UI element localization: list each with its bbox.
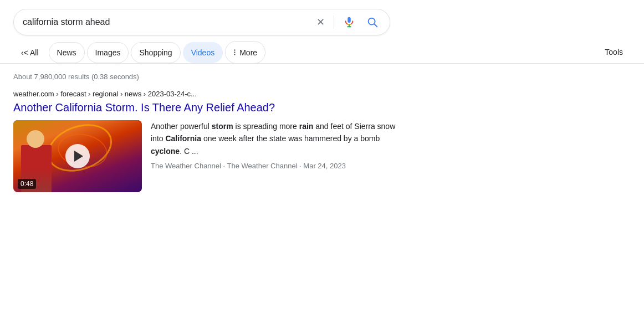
- result-title-link[interactable]: Another California Storm. Is There Any R…: [13, 100, 408, 115]
- microphone-button[interactable]: [341, 14, 357, 30]
- result-snippet: Another powerful storm is spreading more…: [151, 120, 408, 192]
- search-bar: california storm ahead ✕: [13, 9, 390, 35]
- snippet-text: Another powerful storm is spreading more…: [151, 120, 408, 157]
- nav-more-label: More: [239, 48, 257, 57]
- nav-all-label: < All: [24, 48, 39, 57]
- header: california storm ahead ✕: [0, 0, 644, 35]
- nav-news-label: News: [57, 48, 76, 57]
- sidebar-item-news[interactable]: News: [49, 42, 85, 63]
- svg-line-4: [374, 24, 377, 27]
- result-body: 0:48 Another powerful storm is spreading…: [13, 120, 408, 192]
- search-icons: ✕: [314, 14, 381, 30]
- nav-images-label: Images: [95, 48, 121, 57]
- more-dots-icon: ⁝: [233, 47, 237, 58]
- play-button[interactable]: [65, 144, 90, 168]
- video-thumbnail[interactable]: 0:48: [13, 120, 142, 192]
- svg-rect-0: [347, 17, 351, 23]
- nav-shopping-label: Shopping: [139, 48, 172, 57]
- sidebar-item-images[interactable]: Images: [87, 42, 129, 63]
- sidebar-item-videos[interactable]: Videos: [183, 42, 223, 63]
- result-card: weather.com › forecast › regional › news…: [0, 85, 421, 201]
- result-breadcrumb: weather.com › forecast › regional › news…: [13, 90, 408, 98]
- nav-videos-label: Videos: [191, 48, 215, 57]
- results-count: About 7,980,000 results (0.38 seconds): [13, 73, 139, 81]
- search-button[interactable]: [364, 14, 381, 30]
- search-input[interactable]: california storm ahead: [23, 17, 309, 27]
- search-icon: [366, 16, 379, 28]
- clear-button[interactable]: ✕: [314, 14, 327, 30]
- nav-item-all[interactable]: ‹ < All: [13, 43, 47, 63]
- divider: [334, 16, 334, 29]
- video-duration: 0:48: [18, 179, 36, 189]
- close-icon: ✕: [316, 16, 325, 28]
- nav-tabs: ‹ < All News Images Shopping Videos ⁝ Mo…: [0, 35, 644, 64]
- sidebar-item-more[interactable]: ⁝ More: [225, 41, 265, 64]
- snippet-meta: The Weather Channel · The Weather Channe…: [151, 162, 408, 170]
- sidebar-item-shopping[interactable]: Shopping: [131, 42, 180, 63]
- microphone-icon: [343, 16, 355, 28]
- results-info: About 7,980,000 results (0.38 seconds): [0, 64, 644, 85]
- tools-button[interactable]: Tools: [597, 42, 631, 62]
